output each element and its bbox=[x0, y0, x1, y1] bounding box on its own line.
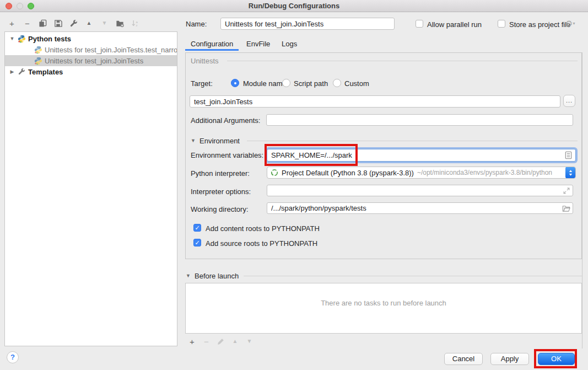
before-launch-toolbar: + − ▲ ▼ bbox=[187, 336, 254, 346]
configurations-toolbar: + − ▲ ▼ az bbox=[7, 17, 140, 29]
working-directory-input[interactable] bbox=[267, 202, 573, 214]
add-task-icon[interactable]: + bbox=[187, 337, 197, 346]
name-input[interactable] bbox=[220, 18, 395, 30]
additional-arguments-label: Additional Arguments: bbox=[191, 116, 260, 125]
new-folder-icon[interactable] bbox=[115, 19, 125, 28]
interpreter-path: ~/opt/miniconda3/envs/pyspark-3.8/bin/py… bbox=[417, 169, 552, 176]
additional-arguments-input[interactable] bbox=[266, 114, 573, 126]
task-down-icon: ▼ bbox=[245, 337, 254, 346]
expander-down-icon[interactable]: ▼ bbox=[9, 36, 15, 41]
interpreter-value: Project Default (Python 3.8 (pyspark-3.8… bbox=[282, 169, 414, 177]
before-launch-line bbox=[244, 276, 582, 276]
unittests-group-title: Unittests bbox=[191, 57, 219, 65]
cancel-button[interactable]: Cancel bbox=[444, 353, 483, 365]
before-launch-title[interactable]: Before launch bbox=[195, 272, 239, 280]
python-test-icon bbox=[34, 45, 42, 54]
tree-item-jointests-selected[interactable]: Unittests for test_join.JoinTests bbox=[5, 55, 177, 66]
target-custom-label[interactable]: Custom bbox=[344, 79, 369, 88]
add-source-roots-checkbox[interactable]: ✓ bbox=[193, 239, 201, 246]
tree-item-python-tests[interactable]: ▼ Python tests bbox=[5, 33, 177, 44]
help-button[interactable]: ? bbox=[7, 351, 19, 363]
target-custom-radio[interactable] bbox=[333, 79, 341, 87]
minimize-button bbox=[17, 3, 23, 9]
store-as-project-file-label: Store as project file bbox=[509, 20, 570, 29]
python-test-icon bbox=[34, 56, 42, 65]
wrench-icon bbox=[17, 67, 26, 76]
target-module-name-label[interactable]: Module name bbox=[243, 79, 287, 88]
python-interpreter-label: Python interpreter: bbox=[191, 169, 250, 178]
copy-configuration-icon[interactable] bbox=[38, 19, 47, 28]
svg-text:z: z bbox=[136, 23, 137, 27]
tab-envfile[interactable]: EnvFile bbox=[246, 40, 270, 48]
environment-expander-icon[interactable]: ▼ bbox=[191, 138, 196, 143]
move-down-icon: ▼ bbox=[100, 19, 109, 28]
tab-configuration[interactable]: Configuration bbox=[191, 40, 233, 48]
name-label: Name: bbox=[186, 20, 207, 28]
tree-item-label: Python tests bbox=[28, 35, 71, 43]
edit-templates-icon[interactable] bbox=[69, 19, 78, 28]
tab-logs[interactable]: Logs bbox=[282, 40, 297, 48]
tree-item-label: Unittests for test_join.JoinTests bbox=[45, 57, 143, 65]
panel-right-separator bbox=[582, 52, 582, 348]
tree-item-label: Templates bbox=[28, 68, 63, 76]
edit-task-icon bbox=[216, 337, 225, 346]
before-launch-expander-icon[interactable]: ▼ bbox=[186, 273, 191, 278]
target-module-name-radio[interactable] bbox=[231, 79, 239, 87]
target-label: Target: bbox=[191, 79, 213, 88]
sort-configurations-icon: az bbox=[131, 19, 140, 28]
module-name-input[interactable] bbox=[190, 95, 560, 108]
add-content-roots-label[interactable]: Add content roots to PYTHONPATH bbox=[206, 224, 320, 233]
close-button[interactable] bbox=[6, 3, 12, 9]
zoom-button[interactable] bbox=[28, 3, 34, 9]
interpreter-options-label: Interpreter options: bbox=[191, 187, 251, 196]
working-directory-label: Working directory: bbox=[191, 205, 249, 213]
active-tab-underline bbox=[185, 49, 239, 51]
python-interpreter-select[interactable]: Project Default (Python 3.8 (pyspark-3.8… bbox=[267, 167, 576, 179]
interpreter-dropdown-chevrons-icon[interactable] bbox=[565, 167, 575, 179]
target-script-path-radio[interactable] bbox=[282, 79, 290, 87]
unittests-group-line bbox=[227, 61, 578, 61]
store-as-project-file-checkbox[interactable] bbox=[498, 20, 505, 28]
environment-variables-label: Environment variables: bbox=[191, 151, 263, 159]
task-up-icon: ▲ bbox=[230, 337, 240, 346]
traffic-lights bbox=[6, 3, 34, 9]
ok-button[interactable]: OK bbox=[538, 353, 575, 365]
save-configuration-icon[interactable] bbox=[53, 19, 63, 28]
conda-env-icon bbox=[271, 169, 278, 176]
environment-section-title[interactable]: Environment bbox=[199, 137, 240, 145]
interpreter-options-input[interactable] bbox=[267, 185, 573, 196]
add-configuration-icon[interactable]: + bbox=[7, 19, 17, 28]
remove-configuration-icon[interactable]: − bbox=[23, 19, 32, 28]
before-launch-task-list[interactable] bbox=[185, 283, 582, 334]
target-script-path-label[interactable]: Script path bbox=[294, 79, 328, 88]
environment-variables-input[interactable] bbox=[267, 149, 576, 162]
allow-parallel-run-checkbox[interactable] bbox=[416, 20, 423, 28]
add-source-roots-label[interactable]: Add source roots to PYTHONPATH bbox=[206, 239, 317, 248]
title-bar: Run/Debug Configurations bbox=[0, 0, 588, 12]
configurations-tree: ▼ Python tests Unittests for test_join.J… bbox=[4, 31, 177, 346]
remove-task-icon: − bbox=[202, 337, 211, 346]
browse-button[interactable]: ... bbox=[563, 95, 575, 107]
apply-button[interactable]: Apply bbox=[490, 353, 529, 365]
tree-item-test-narrow[interactable]: Unittests for test_join.JoinTests.test_n… bbox=[5, 44, 177, 55]
environment-section-line bbox=[247, 141, 578, 141]
allow-parallel-run-label: Allow parallel run bbox=[427, 20, 482, 29]
window-title: Run/Debug Configurations bbox=[249, 2, 339, 10]
move-up-icon[interactable]: ▲ bbox=[84, 19, 94, 28]
tree-item-templates[interactable]: ▶ Templates bbox=[5, 66, 177, 77]
before-launch-empty-text: There are no tasks to run before launch bbox=[185, 299, 582, 307]
add-content-roots-checkbox[interactable]: ✓ bbox=[193, 224, 201, 232]
python-tests-icon bbox=[17, 34, 26, 43]
tree-item-label: Unittests for test_join.JoinTests.test_n… bbox=[45, 46, 177, 54]
gear-icon[interactable]: ⚙▾ bbox=[565, 19, 575, 29]
expander-right-icon[interactable]: ▶ bbox=[9, 69, 15, 74]
run-debug-configurations-dialog: { "window": { "title": "Run/Debug Config… bbox=[0, 0, 588, 370]
